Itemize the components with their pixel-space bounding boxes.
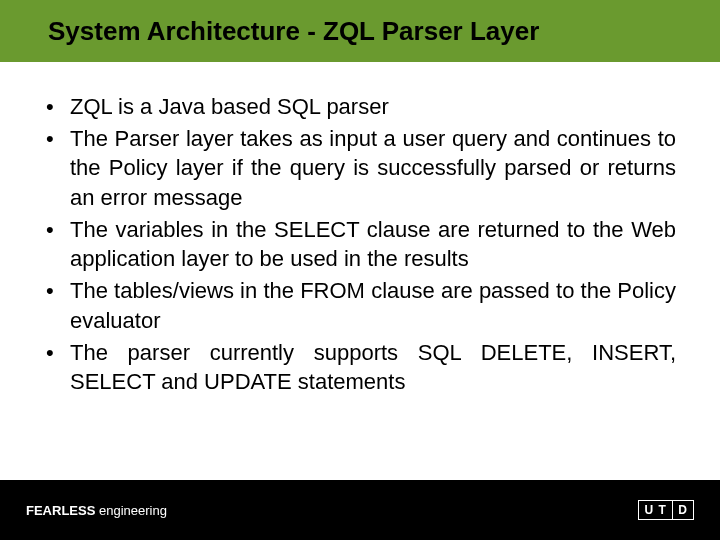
- bullet-list: ZQL is a Java based SQL parser The Parse…: [44, 92, 676, 397]
- list-item: The tables/views in the FROM clause are …: [44, 276, 676, 335]
- footer-text: FEARLESS engineering: [26, 503, 167, 518]
- logo-right: D: [673, 501, 693, 519]
- slide-title: System Architecture - ZQL Parser Layer: [48, 16, 539, 47]
- list-item: The Parser layer takes as input a user q…: [44, 124, 676, 213]
- title-bar: System Architecture - ZQL Parser Layer: [0, 0, 720, 62]
- list-item: The variables in the SELECT clause are r…: [44, 215, 676, 274]
- list-item: The parser currently supports SQL DELETE…: [44, 338, 676, 397]
- footer: FEARLESS engineering U T D: [0, 480, 720, 540]
- logo-left: U T: [639, 501, 671, 519]
- footer-rest: engineering: [95, 503, 167, 518]
- footer-bold: FEARLESS: [26, 503, 95, 518]
- list-item: ZQL is a Java based SQL parser: [44, 92, 676, 122]
- utd-logo: U T D: [638, 500, 694, 520]
- content-area: ZQL is a Java based SQL parser The Parse…: [0, 62, 720, 480]
